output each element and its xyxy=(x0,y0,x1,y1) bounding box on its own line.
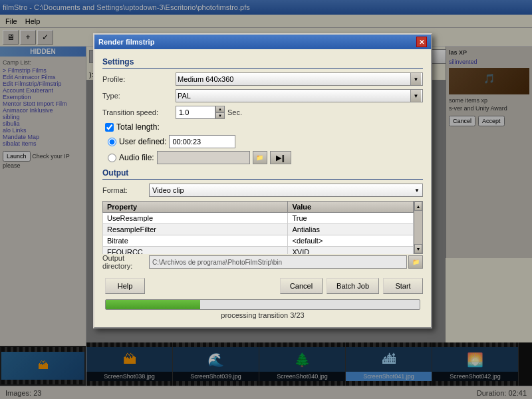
transition-speed-row: Transition speed: ▲ ▼ Sec. xyxy=(102,106,423,119)
scrollbar-up[interactable]: ▲ xyxy=(414,201,422,211)
radio-group: User defined: Audio file: 📁 ▶‖ xyxy=(102,135,423,164)
format-row: Format: Video clip ▼ xyxy=(102,184,423,197)
user-defined-input[interactable] xyxy=(169,135,235,148)
user-defined-row: User defined: xyxy=(102,135,423,148)
profile-select[interactable]: Medium 640x360 ▼ xyxy=(176,72,423,86)
type-select-arrow: ▼ xyxy=(410,90,421,102)
sec-label: Sec. xyxy=(227,108,242,116)
profile-select-arrow: ▼ xyxy=(410,73,421,85)
audio-file-row: Audio file: 📁 ▶‖ xyxy=(102,151,423,164)
audio-browse-btn[interactable]: 📁 xyxy=(253,151,267,164)
output-section-header: Output xyxy=(102,168,423,180)
dialog-close-button[interactable]: ✕ xyxy=(416,37,427,47)
progress-bar-inner xyxy=(106,300,200,309)
properties-table-wrap: Property Value UseResampleTrueResampleFi… xyxy=(102,201,423,254)
table-row: ResampleFilterAntialias xyxy=(103,224,414,235)
type-row: Type: PAL ▼ xyxy=(102,89,423,102)
scrollbar-down[interactable]: ▼ xyxy=(414,244,422,253)
col-value: Value xyxy=(288,201,414,213)
audio-file-input[interactable] xyxy=(157,151,250,164)
dialog-titlebar: Render filmstrip ✕ xyxy=(94,35,431,49)
type-select[interactable]: PAL ▼ xyxy=(176,89,423,102)
table-row: Bitrate<default> xyxy=(103,235,414,247)
type-label: Type: xyxy=(102,92,176,100)
total-length-label: Total length: xyxy=(116,122,160,132)
col-property: Property xyxy=(103,201,288,213)
transition-speed-label: Transition speed: xyxy=(102,108,176,116)
table-row: UseResampleTrue xyxy=(103,213,414,224)
format-select[interactable]: Video clip ▼ xyxy=(149,184,423,197)
help-button[interactable]: Help xyxy=(105,278,145,294)
progress-row: processing transition 3/23 xyxy=(102,297,423,322)
audio-file-radio[interactable] xyxy=(108,154,116,162)
output-dir-browse-btn[interactable]: 📁 xyxy=(408,255,423,269)
format-select-arrow: ▼ xyxy=(414,188,420,194)
render-dialog: Render filmstrip ✕ Settings Profile: Med… xyxy=(93,33,432,329)
transition-speed-input[interactable] xyxy=(176,106,215,119)
total-length-row: Total length: xyxy=(102,122,423,132)
user-defined-radio[interactable] xyxy=(108,138,116,146)
format-label: Format: xyxy=(102,186,149,194)
transition-speed-down[interactable]: ▼ xyxy=(215,112,225,119)
audio-file-label: Audio file: xyxy=(119,153,154,162)
modal-overlay: Render filmstrip ✕ Settings Profile: Med… xyxy=(0,0,532,399)
audio-play-btn[interactable]: ▶‖ xyxy=(270,151,291,164)
output-dir-input[interactable] xyxy=(149,255,407,269)
dialog-body: Settings Profile: Medium 640x360 ▼ Type:… xyxy=(94,49,431,327)
profile-label: Profile: xyxy=(102,75,176,83)
scrollbar-thumb[interactable] xyxy=(414,211,422,244)
table-scrollbar[interactable]: ▲ ▼ xyxy=(414,201,423,254)
total-length-checkbox[interactable] xyxy=(105,123,114,132)
transition-speed-up[interactable]: ▲ xyxy=(215,106,225,112)
batch-job-button[interactable]: Batch Job xyxy=(327,278,379,294)
profile-row: Profile: Medium 640x360 ▼ xyxy=(102,72,423,86)
output-dir-row: Output directory: 📁 xyxy=(102,254,423,270)
progress-text: processing transition 3/23 xyxy=(105,311,420,319)
output-dir-label: Output directory: xyxy=(102,254,149,270)
properties-table: Property Value UseResampleTrueResampleFi… xyxy=(102,201,414,254)
start-button[interactable]: Start xyxy=(383,278,423,294)
progress-bar-outer xyxy=(105,299,420,310)
table-row: FFOURCCXVID xyxy=(103,247,414,255)
user-defined-label: User defined: xyxy=(119,137,166,146)
settings-section-header: Settings xyxy=(102,57,423,68)
output-section: Output Format: Video clip ▼ Property xyxy=(102,168,423,270)
cancel-button[interactable]: Cancel xyxy=(280,278,323,294)
dialog-buttons: Help Cancel Batch Job Start xyxy=(102,275,423,297)
dialog-title: Render filmstrip xyxy=(98,38,154,46)
transition-speed-spinner: ▲ ▼ Sec. xyxy=(176,106,242,119)
